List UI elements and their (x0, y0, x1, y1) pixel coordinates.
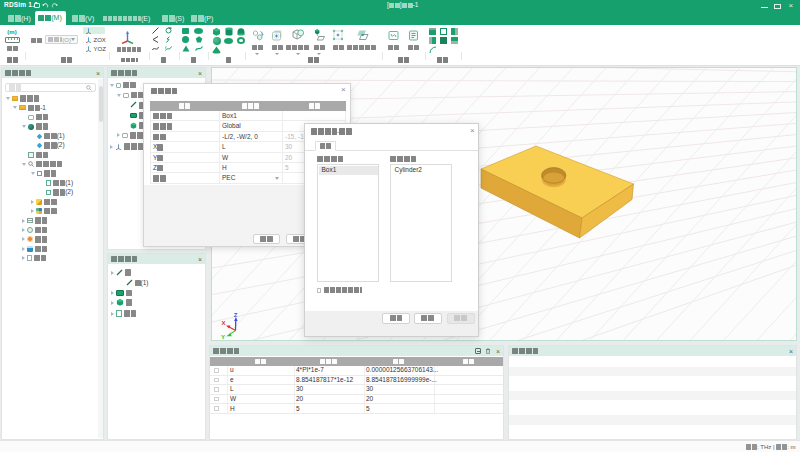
svg-text:X: X (222, 320, 226, 326)
svg-text:Z: Z (234, 312, 238, 318)
svg-text:Y: Y (221, 334, 225, 340)
